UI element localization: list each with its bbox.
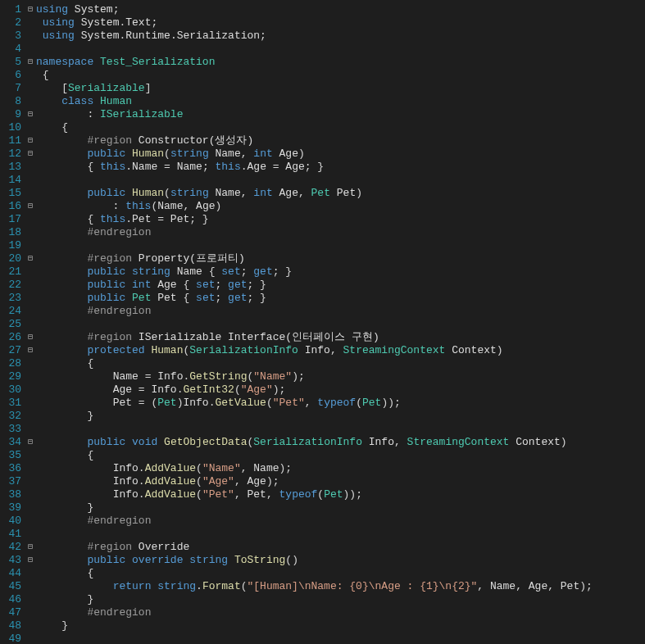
code-line[interactable]: return string.Format("[Human]\nName: {0}… xyxy=(36,580,593,593)
fold-toggle-icon[interactable]: ⊟ xyxy=(25,331,36,344)
code-line[interactable] xyxy=(36,633,593,644)
fold-toggle-icon[interactable]: ⊟ xyxy=(25,147,36,161)
line-number: 20 xyxy=(0,252,25,265)
fold-toggle-icon xyxy=(25,95,36,108)
line-number: 25 xyxy=(0,318,25,331)
code-line[interactable]: using System.Text; xyxy=(36,16,593,29)
fold-column[interactable]: ⊟⊟⊟⊟⊟⊟⊟⊟⊟⊟⊟⊟ xyxy=(25,0,36,644)
code-line[interactable]: #region ISerializable Interface(인터페이스 구현… xyxy=(36,331,593,344)
code-line[interactable]: protected Human(SerializationInfo Info, … xyxy=(36,344,593,357)
line-number: 34 xyxy=(0,436,25,449)
code-line[interactable]: public Pet Pet { set; get; } xyxy=(36,292,593,305)
code-line[interactable]: } xyxy=(36,619,593,633)
line-number: 27 xyxy=(0,344,25,357)
line-number: 6 xyxy=(0,69,25,82)
line-number: 32 xyxy=(0,410,25,423)
code-line[interactable]: #endregion xyxy=(36,226,593,239)
code-line[interactable]: public int Age { set; get; } xyxy=(36,279,593,292)
fold-toggle-icon xyxy=(25,462,36,475)
code-line[interactable]: { xyxy=(36,357,593,370)
code-line[interactable]: #region Constructor(생성자) xyxy=(36,134,593,147)
fold-toggle-icon xyxy=(25,619,36,633)
code-line[interactable]: { xyxy=(36,121,593,134)
fold-toggle-icon xyxy=(25,43,36,56)
code-line[interactable]: { xyxy=(36,449,593,462)
fold-toggle-icon xyxy=(25,69,36,82)
code-line[interactable]: public Human(string Name, int Age, Pet P… xyxy=(36,187,593,200)
fold-toggle-icon[interactable]: ⊟ xyxy=(25,344,36,357)
fold-toggle-icon xyxy=(25,279,36,292)
code-line[interactable]: #region Property(프로퍼티) xyxy=(36,252,593,265)
code-line[interactable]: { this.Name = Name; this.Age = Age; } xyxy=(36,161,593,174)
fold-toggle-icon[interactable]: ⊟ xyxy=(25,200,36,213)
line-number: 5 xyxy=(0,56,25,69)
code-line[interactable]: : ISerializable xyxy=(36,108,593,121)
code-line[interactable] xyxy=(36,239,593,252)
fold-toggle-icon xyxy=(25,488,36,501)
code-line[interactable]: public void GetObjectData(SerializationI… xyxy=(36,436,593,449)
line-number: 7 xyxy=(0,82,25,95)
line-number: 41 xyxy=(0,528,25,541)
fold-toggle-icon xyxy=(25,370,36,383)
code-line[interactable]: Info.AddValue("Name", Name); xyxy=(36,462,593,475)
fold-toggle-icon[interactable]: ⊟ xyxy=(25,436,36,449)
fold-toggle-icon[interactable]: ⊟ xyxy=(25,108,36,121)
code-line[interactable]: Info.AddValue("Pet", Pet, typeof(Pet)); xyxy=(36,488,593,501)
fold-toggle-icon xyxy=(25,16,36,29)
code-line[interactable] xyxy=(36,43,593,56)
code-line[interactable] xyxy=(36,423,593,436)
fold-toggle-icon[interactable]: ⊟ xyxy=(25,554,36,567)
code-line[interactable]: public string Name { set; get; } xyxy=(36,265,593,279)
line-number: 35 xyxy=(0,449,25,462)
fold-toggle-icon xyxy=(25,449,36,462)
code-line[interactable]: Name = Info.GetString("Name"); xyxy=(36,370,593,383)
code-line[interactable] xyxy=(36,174,593,187)
line-number: 15 xyxy=(0,187,25,200)
fold-toggle-icon[interactable]: ⊟ xyxy=(25,541,36,554)
code-line[interactable]: [Serializable] xyxy=(36,82,593,95)
code-line[interactable]: Info.AddValue("Age", Age); xyxy=(36,475,593,488)
code-line[interactable]: } xyxy=(36,410,593,423)
code-line[interactable]: namespace Test_Serialization xyxy=(36,56,593,69)
fold-toggle-icon[interactable]: ⊟ xyxy=(25,56,36,69)
fold-toggle-icon[interactable]: ⊟ xyxy=(25,3,36,16)
code-line[interactable]: #region Override xyxy=(36,541,593,554)
fold-toggle-icon[interactable]: ⊟ xyxy=(25,134,36,147)
fold-toggle-icon xyxy=(25,174,36,187)
line-number: 2 xyxy=(0,16,25,29)
fold-toggle-icon xyxy=(25,29,36,43)
code-line[interactable]: Age = Info.GetInt32("Age"); xyxy=(36,383,593,397)
code-line[interactable]: { this.Pet = Pet; } xyxy=(36,213,593,226)
fold-toggle-icon[interactable]: ⊟ xyxy=(25,252,36,265)
code-area[interactable]: using System; using System.Text; using S… xyxy=(36,0,593,644)
code-line[interactable]: class Human xyxy=(36,95,593,108)
line-number: 38 xyxy=(0,488,25,501)
code-line[interactable]: public override string ToString() xyxy=(36,554,593,567)
line-number: 22 xyxy=(0,279,25,292)
code-line[interactable]: using System; xyxy=(36,3,593,16)
line-number: 28 xyxy=(0,357,25,370)
line-number-gutter: 1234567891011121314151617181920212223242… xyxy=(0,0,25,644)
fold-toggle-icon xyxy=(25,383,36,397)
code-line[interactable]: : this(Name, Age) xyxy=(36,200,593,213)
line-number: 8 xyxy=(0,95,25,108)
line-number: 42 xyxy=(0,541,25,554)
line-number: 44 xyxy=(0,567,25,580)
code-line[interactable] xyxy=(36,318,593,331)
fold-toggle-icon xyxy=(25,357,36,370)
code-line[interactable]: { xyxy=(36,567,593,580)
code-line[interactable]: public Human(string Name, int Age) xyxy=(36,147,593,161)
code-editor[interactable]: 1234567891011121314151617181920212223242… xyxy=(0,0,645,644)
code-line[interactable]: #endregion xyxy=(36,305,593,318)
code-line[interactable]: { xyxy=(36,69,593,82)
fold-toggle-icon xyxy=(25,633,36,644)
code-line[interactable]: using System.Runtime.Serialization; xyxy=(36,29,593,43)
code-line[interactable]: } xyxy=(36,593,593,606)
code-line[interactable]: Pet = (Pet)Info.GetValue("Pet", typeof(P… xyxy=(36,397,593,410)
code-line[interactable]: #endregion xyxy=(36,606,593,619)
line-number: 23 xyxy=(0,292,25,305)
code-line[interactable]: #endregion xyxy=(36,515,593,528)
code-line[interactable] xyxy=(36,528,593,541)
fold-toggle-icon xyxy=(25,593,36,606)
code-line[interactable]: } xyxy=(36,501,593,515)
